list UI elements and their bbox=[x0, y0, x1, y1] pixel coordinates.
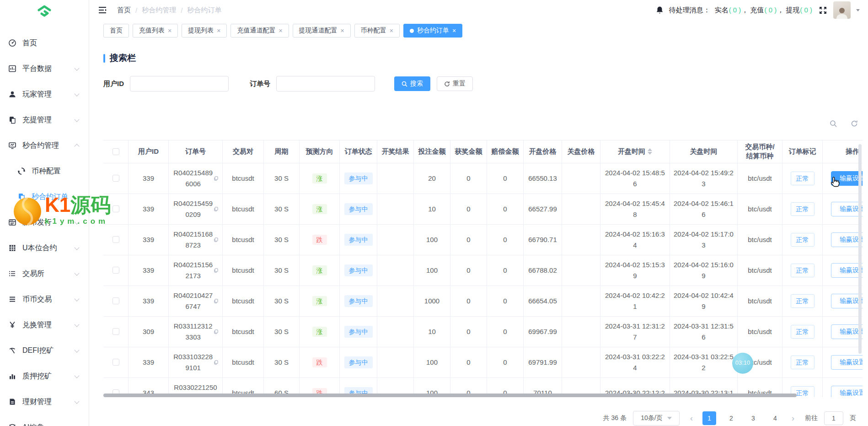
tab-3[interactable]: 充值通道配置× bbox=[230, 24, 289, 38]
refresh-table-icon[interactable] bbox=[851, 120, 858, 127]
row-checkbox[interactable] bbox=[113, 205, 119, 212]
tab-close-icon[interactable]: × bbox=[452, 27, 456, 34]
order-files-icon bbox=[17, 193, 26, 201]
chevron-down-icon bbox=[74, 424, 79, 426]
collapse-menu-icon[interactable] bbox=[98, 6, 107, 14]
row-checkbox[interactable] bbox=[113, 328, 119, 335]
pick-icon bbox=[8, 346, 16, 355]
copy-icon[interactable] bbox=[214, 329, 219, 335]
copy-icon[interactable] bbox=[214, 206, 219, 212]
copy-icon[interactable] bbox=[214, 359, 219, 366]
tab-1[interactable]: 充值列表× bbox=[133, 24, 178, 38]
prev-page-icon[interactable]: ‹ bbox=[689, 414, 694, 423]
cell-open-time: 2024-04-02 15:15:39 bbox=[600, 255, 670, 286]
win-lose-settings-button[interactable]: 输赢设置 bbox=[831, 324, 863, 339]
vertical-scrollbar[interactable] bbox=[858, 144, 862, 354]
row-checkbox[interactable] bbox=[113, 236, 119, 243]
sidebar-item-11[interactable]: 兑换管理 bbox=[0, 312, 89, 338]
next-page-icon[interactable]: › bbox=[790, 414, 796, 423]
sidebar-item-0[interactable]: 首页 bbox=[0, 30, 89, 56]
page-4[interactable]: 4 bbox=[768, 411, 782, 425]
horizontal-scrollbar[interactable] bbox=[103, 394, 797, 397]
sidebar-item-5[interactable]: 币种配置 bbox=[0, 158, 89, 184]
goto-page-input[interactable] bbox=[824, 411, 843, 425]
tab-close-icon[interactable]: × bbox=[279, 27, 282, 34]
page-1[interactable]: 1 bbox=[702, 411, 716, 425]
tab-close-icon[interactable]: × bbox=[390, 27, 393, 34]
tab-close-icon[interactable]: × bbox=[168, 27, 171, 34]
row-checkbox[interactable] bbox=[113, 297, 119, 304]
page-3[interactable]: 3 bbox=[746, 411, 760, 425]
reset-button[interactable]: 重置 bbox=[437, 76, 473, 91]
cell-action: 输赢设置 bbox=[823, 378, 863, 398]
copy-icon[interactable] bbox=[214, 298, 219, 304]
win-lose-settings-button[interactable]: 输赢设置 bbox=[831, 171, 863, 186]
sidebar-item-13[interactable]: 质押挖矿 bbox=[0, 363, 89, 389]
zoom-table-icon[interactable] bbox=[830, 120, 837, 127]
sidebar-item-12[interactable]: DEFI挖矿 bbox=[0, 338, 89, 363]
win-lose-settings-button[interactable]: 输赢设置 bbox=[831, 294, 863, 308]
copy-icon[interactable] bbox=[214, 175, 219, 182]
user-id-input[interactable] bbox=[130, 76, 229, 92]
tab-6[interactable]: 秒合约订单× bbox=[403, 24, 462, 38]
sidebar-item-7[interactable]: 新币发行 bbox=[0, 210, 89, 235]
sidebar: 首页平台数据玩家管理充提管理秒合约管理币种配置秒合约订单新币发行U本位合约交易所… bbox=[0, 0, 89, 426]
fullscreen-icon[interactable] bbox=[819, 6, 827, 14]
mark-badge: 正常 bbox=[791, 202, 814, 216]
sidebar-item-1[interactable]: 平台数据 bbox=[0, 56, 89, 81]
tab-5[interactable]: 币种配置× bbox=[354, 24, 400, 38]
bell-icon[interactable] bbox=[656, 6, 664, 14]
sidebar-item-6[interactable]: 秒合约订单 bbox=[0, 184, 89, 210]
sidebar-item-2[interactable]: 玩家管理 bbox=[0, 81, 89, 107]
breadcrumb-item[interactable]: 首页 bbox=[117, 6, 131, 15]
row-checkbox[interactable] bbox=[113, 267, 119, 274]
win-lose-settings-button[interactable]: 输赢设置 bbox=[831, 232, 863, 247]
win-lose-settings-button[interactable]: 输赢设置 bbox=[831, 386, 863, 398]
sort-caret-icon[interactable] bbox=[648, 148, 652, 155]
sidebar-item-3[interactable]: 充提管理 bbox=[0, 107, 89, 133]
row-checkbox[interactable] bbox=[113, 359, 119, 366]
cell-win: 0 bbox=[450, 194, 487, 224]
order-no-input[interactable] bbox=[276, 76, 375, 92]
cell-mark: 正常 bbox=[782, 286, 823, 316]
cell-result bbox=[377, 255, 414, 286]
sidebar-item-10[interactable]: 币币交易 bbox=[0, 286, 89, 312]
cell-currency: btc/usdt bbox=[738, 317, 782, 347]
cell-result bbox=[377, 347, 414, 377]
tab-0[interactable]: 首页 bbox=[103, 24, 129, 38]
search-button[interactable]: 搜索 bbox=[394, 76, 430, 91]
chevron-down-icon bbox=[74, 219, 79, 224]
tab-close-icon[interactable]: × bbox=[217, 27, 220, 34]
cell-direction: 涨 bbox=[300, 286, 340, 316]
page-size-select[interactable]: 10条/页 bbox=[633, 411, 680, 426]
cell-action: 输赢设置 bbox=[823, 347, 863, 377]
sidebar-item-9[interactable]: 交易所 bbox=[0, 261, 89, 286]
tab-label: 充值通道配置 bbox=[237, 27, 275, 35]
cell-open-price: 66527.99 bbox=[524, 194, 562, 224]
select-all-checkbox[interactable] bbox=[113, 148, 119, 155]
tab-2[interactable]: 提现列表× bbox=[182, 24, 227, 38]
cell-open-time: 2024-04-02 15:16:34 bbox=[600, 225, 670, 255]
copy-icon[interactable] bbox=[214, 237, 219, 243]
user-avatar[interactable] bbox=[833, 1, 851, 19]
page-2[interactable]: 2 bbox=[724, 411, 738, 425]
win-lose-settings-button[interactable]: 输赢设置 bbox=[831, 202, 863, 216]
sidebar-item-8[interactable]: U本位合约 bbox=[0, 235, 89, 261]
cell-bet: 20 bbox=[414, 163, 450, 194]
copy-icon[interactable] bbox=[214, 267, 219, 274]
win-lose-settings-button[interactable]: 输赢设置 bbox=[831, 263, 863, 278]
sidebar-item-14[interactable]: 理财管理 bbox=[0, 389, 89, 415]
sidebar-item-4[interactable]: 秒合约管理 bbox=[0, 133, 89, 158]
cell-user-id: 309 bbox=[129, 317, 169, 347]
cell-pair: btcusdt bbox=[223, 163, 264, 194]
tab-close-icon[interactable]: × bbox=[341, 27, 344, 34]
orders-table: 用户ID订单号交易对周期预测方向订单状态开奖结果投注金额获奖金额赔偿金额开盘价格… bbox=[103, 140, 863, 397]
sidebar-item-15[interactable]: AI控盘 bbox=[0, 415, 89, 426]
win-lose-settings-button[interactable]: 输赢设置 bbox=[831, 355, 863, 370]
avatar-dropdown-caret-icon[interactable] bbox=[856, 9, 860, 11]
notice-count: ( 0 ) bbox=[729, 6, 741, 14]
col-header-13[interactable]: 开盘时间 bbox=[600, 140, 670, 163]
status-badge: 参与中 bbox=[344, 203, 373, 215]
row-checkbox[interactable] bbox=[113, 175, 119, 182]
tab-4[interactable]: 提现通道配置× bbox=[293, 24, 351, 38]
